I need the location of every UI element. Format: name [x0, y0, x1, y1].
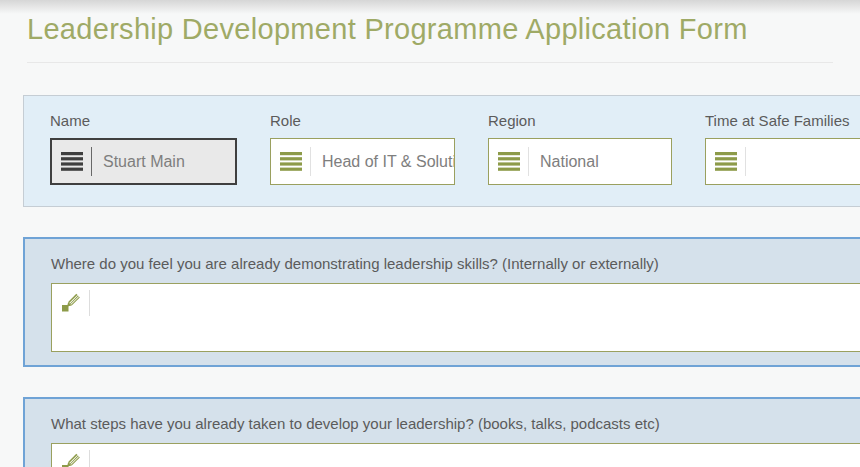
- question-panel-leadership-steps: What steps have you already taken to dev…: [23, 397, 860, 467]
- hamburger-icon: [280, 152, 302, 171]
- name-input[interactable]: Stuart Main: [50, 138, 237, 185]
- time-label: Time at Safe Families: [705, 112, 860, 129]
- answer-textarea-leadership-skills[interactable]: [51, 283, 860, 352]
- question-prompt: What steps have you already taken to dev…: [51, 415, 660, 432]
- form-page: Leadership Development Programme Applica…: [0, 0, 860, 467]
- applicant-info-panel: Name Stuart Main Role Head of IT & Sol: [23, 95, 860, 207]
- field-name: Name Stuart Main: [50, 112, 237, 185]
- question-panel-leadership-skills: Where do you feel you are already demons…: [23, 237, 860, 367]
- hamburger-icon: [61, 152, 83, 171]
- edit-pencil-icon: [61, 292, 81, 312]
- region-value: National: [540, 153, 599, 171]
- name-value: Stuart Main: [103, 153, 185, 171]
- page-title: Leadership Development Programme Applica…: [27, 13, 748, 46]
- time-input[interactable]: [705, 138, 860, 185]
- field-separator: [528, 147, 529, 176]
- field-region: Region National: [488, 112, 672, 185]
- region-input[interactable]: National: [488, 138, 672, 185]
- fields-row: Name Stuart Main Role Head of IT & Sol: [24, 96, 860, 185]
- question-prompt: Where do you feel you are already demons…: [51, 255, 659, 272]
- textarea-separator: [89, 290, 90, 316]
- role-value: Head of IT & Solutio: [322, 153, 455, 171]
- field-separator: [91, 147, 92, 176]
- answer-textarea-leadership-steps[interactable]: [51, 443, 860, 467]
- textarea-separator: [89, 450, 90, 467]
- hamburger-icon: [498, 152, 520, 171]
- top-shadow: [0, 0, 860, 14]
- field-role: Role Head of IT & Solutio: [270, 112, 455, 185]
- role-input[interactable]: Head of IT & Solutio: [270, 138, 455, 185]
- region-label: Region: [488, 112, 672, 129]
- field-separator: [745, 147, 746, 176]
- field-time-at-safe-families: Time at Safe Families: [705, 112, 860, 185]
- field-separator: [310, 147, 311, 176]
- role-label: Role: [270, 112, 455, 129]
- edit-pencil-icon: [61, 452, 81, 467]
- title-divider: [27, 62, 833, 63]
- hamburger-icon: [715, 152, 737, 171]
- name-label: Name: [50, 112, 237, 129]
